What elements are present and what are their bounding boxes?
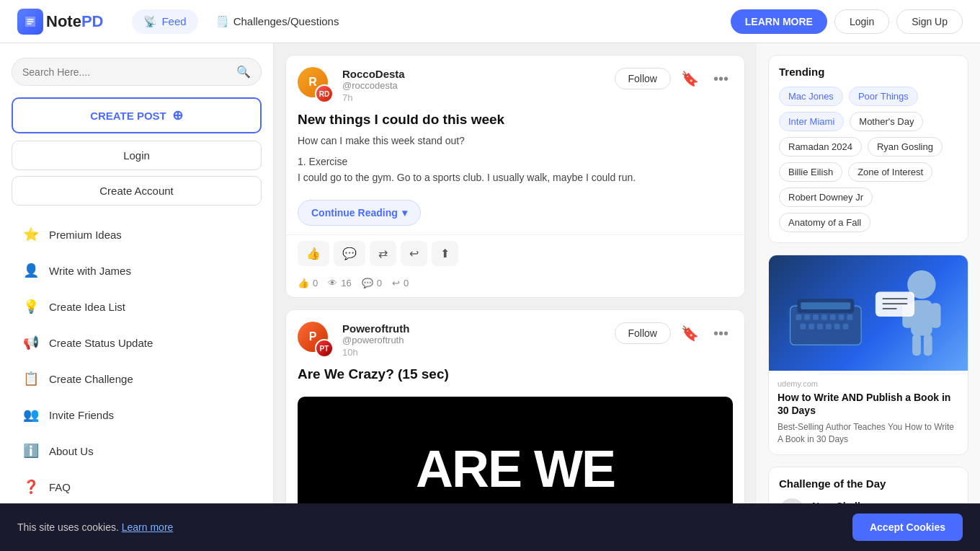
svg-rect-20 — [912, 335, 921, 356]
sidebar-item-create-status-update[interactable]: 📢 Create Status Update — [12, 325, 262, 360]
header-actions: LEARN MORE Login Sign Up — [731, 9, 963, 34]
sidebar-login-button[interactable]: Login — [12, 141, 262, 170]
sidebar-item-premium-ideas[interactable]: ⭐ Premium Ideas — [12, 217, 262, 252]
share-button-1[interactable]: ⬆ — [432, 241, 458, 266]
cookie-learn-more-link[interactable]: Learn more — [122, 521, 174, 533]
post-stats-1: 👍 0 👁 16 💬 0 ↩ 0 — [286, 275, 744, 297]
author-handle-2: @poweroftruth — [342, 335, 409, 345]
search-input[interactable] — [22, 66, 236, 78]
sidebar-item-create-idea-list[interactable]: 💡 Create Idea List — [12, 289, 262, 324]
svg-rect-6 — [821, 314, 827, 320]
challenges-icon: 🗒️ — [215, 15, 229, 28]
continue-reading-container: Continue Reading ▾ — [286, 194, 744, 234]
post-title-1: New things I could do this week — [298, 112, 733, 128]
svg-rect-19 — [930, 303, 941, 328]
more-button-2[interactable]: ••• — [709, 322, 733, 345]
svg-rect-7 — [830, 314, 836, 320]
stat-views-1: 👁 16 — [328, 278, 351, 288]
comments-count-1: 0 — [377, 278, 382, 288]
header-login-button[interactable]: Login — [834, 9, 889, 34]
tag-billie-eilish[interactable]: Billie Eilish — [779, 162, 842, 182]
post-card-1: R RD RoccoDesta @roccodesta 7h Follow 🔖 … — [285, 55, 745, 298]
svg-rect-3 — [796, 314, 801, 320]
post-body-1: New things I could do this week How can … — [286, 103, 744, 194]
create-account-button[interactable]: Create Account — [12, 176, 262, 206]
challenge-icon: 📋 — [22, 369, 40, 388]
plus-icon: ⊕ — [172, 107, 183, 123]
avatar-1: R RD — [298, 67, 334, 103]
post-header-2: P PT Poweroftruth @poweroftruth 10h Foll… — [286, 310, 744, 358]
comment-button-1[interactable]: 💬 — [334, 241, 365, 266]
search-icon[interactable]: 🔍 — [236, 65, 251, 79]
nav-feed[interactable]: 📡 Feed — [132, 9, 197, 34]
shares-count-1: 0 — [404, 278, 409, 288]
tag-poor-things[interactable]: Poor Things — [849, 87, 918, 106]
sidebar-item-label: About Us — [49, 445, 94, 457]
logo-icon — [17, 9, 43, 35]
sidebar-nav: ⭐ Premium Ideas 👤 Write with James 💡 Cre… — [12, 217, 262, 540]
ad-illustration — [769, 255, 968, 371]
cookie-banner: This site uses cookies. Learn more Accep… — [0, 503, 980, 551]
author-info-2: Poweroftruth @poweroftruth 10h — [342, 322, 409, 358]
create-post-button[interactable]: CREATE POST ⊕ — [12, 97, 262, 133]
follow-button-1[interactable]: Follow — [615, 68, 671, 89]
sidebar-item-about-us[interactable]: ℹ️ About Us — [12, 433, 262, 468]
sidebar-item-write-with-james[interactable]: 👤 Write with James — [12, 253, 262, 288]
tag-ryan-gosling[interactable]: Ryan Gosling — [868, 137, 943, 157]
tag-robert-downey[interactable]: Robert Downey Jr — [779, 188, 873, 207]
nav-challenges[interactable]: 🗒️ Challenges/Questions — [204, 9, 351, 34]
author-name-1: RoccoDesta — [342, 68, 405, 80]
author-handle-1: @roccodesta — [342, 80, 405, 91]
logo[interactable]: NotePD — [17, 9, 103, 35]
svg-rect-4 — [804, 314, 810, 320]
ad-source: udemy.com — [778, 379, 959, 388]
follow-button-2[interactable]: Follow — [615, 322, 671, 344]
post-author-2: P PT Poweroftruth @poweroftruth 10h — [298, 322, 409, 358]
post-exercise-1: I could go to the gym. Go to a sports cl… — [298, 170, 733, 185]
author-info-1: RoccoDesta @roccodesta 7h — [342, 68, 405, 103]
accept-cookies-button[interactable]: Accept Cookies — [852, 513, 963, 541]
ad-description: Best-Selling Author Teaches You How to W… — [778, 421, 959, 446]
save-button-1[interactable]: 🔖 — [677, 67, 703, 90]
sidebar-item-faq[interactable]: ❓ FAQ — [12, 470, 262, 504]
comment-icon: 💬 — [362, 278, 373, 288]
forward-button-1[interactable]: ↩ — [401, 241, 427, 266]
author-name-2: Poweroftruth — [342, 322, 409, 335]
tag-inter-miami[interactable]: Inter Miami — [779, 112, 844, 131]
learn-more-button[interactable]: LEARN MORE — [731, 9, 827, 34]
tag-anatomy-fall[interactable]: Anatomy of a Fall — [779, 213, 870, 232]
sidebar-item-label: Invite Friends — [49, 409, 114, 421]
post-header-1: R RD RoccoDesta @roccodesta 7h Follow 🔖 … — [286, 56, 744, 103]
tag-ramadan[interactable]: Ramadan 2024 — [779, 137, 862, 157]
svg-rect-9 — [847, 314, 852, 320]
save-button-2[interactable]: 🔖 — [677, 322, 703, 345]
sidebar-item-label: FAQ — [49, 481, 71, 493]
continue-reading-button[interactable]: Continue Reading ▾ — [298, 200, 421, 226]
nav: 📡 Feed 🗒️ Challenges/Questions — [132, 9, 730, 34]
sidebar-item-invite-friends[interactable]: 👥 Invite Friends — [12, 397, 262, 432]
header: NotePD 📡 Feed 🗒️ Challenges/Questions LE… — [0, 0, 980, 43]
cookie-message: This site uses cookies. — [17, 521, 119, 533]
sidebar-item-label: Premium Ideas — [49, 229, 122, 241]
svg-rect-21 — [924, 335, 932, 356]
sidebar-item-create-challenge[interactable]: 📋 Create Challenge — [12, 361, 262, 396]
post-text-1: How can I make this week stand out? — [298, 133, 733, 149]
svg-rect-15 — [843, 324, 849, 330]
like-button-1[interactable]: 👍 — [298, 241, 329, 266]
tag-zone-of-interest[interactable]: Zone of Interest — [848, 162, 932, 182]
post-image-text: ARE WE — [416, 443, 615, 495]
avatar-2: P PT — [298, 322, 334, 358]
image-text-line1: ARE WE — [416, 443, 615, 495]
tag-mothers-day[interactable]: Mother's Day — [850, 112, 923, 131]
tag-mac-jones[interactable]: Mac Jones — [779, 87, 843, 106]
post-title-2: Are We Crazy? (15 sec) — [298, 366, 733, 382]
repost-button-1[interactable]: ⇄ — [370, 241, 396, 266]
sidebar-item-label: Create Status Update — [49, 337, 153, 349]
signup-button[interactable]: Sign Up — [896, 9, 963, 34]
faq-icon: ❓ — [22, 477, 40, 496]
avatar-sub-1: RD — [315, 84, 334, 103]
trending-title: Trending — [779, 66, 958, 78]
svg-rect-8 — [839, 314, 845, 320]
view-icon: 👁 — [328, 278, 337, 288]
more-button-1[interactable]: ••• — [709, 68, 733, 90]
